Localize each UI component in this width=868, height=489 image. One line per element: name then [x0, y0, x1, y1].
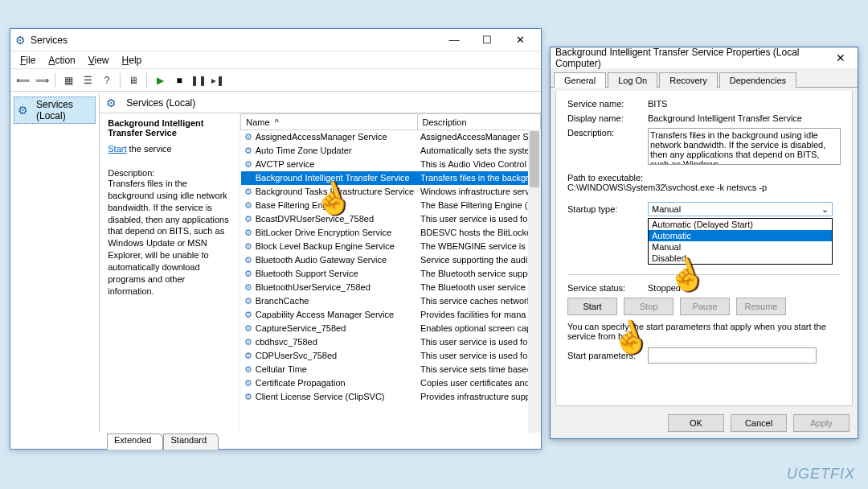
properties-dialog: Background Intelligent Transfer Service … [550, 47, 858, 439]
service-row[interactable]: Auto Time Zone UpdaterAutomatically sets… [241, 144, 541, 158]
stop-service-icon[interactable]: ■ [170, 72, 188, 89]
column-name[interactable]: Name ^ [241, 114, 417, 130]
startup-type-select[interactable]: Manual ⌄ [648, 202, 833, 216]
label-display-name: Display name: [567, 113, 648, 123]
option-delayed[interactable]: Automatic (Delayed Start) [649, 219, 832, 230]
hint-text: You can specify the start parameters tha… [567, 322, 841, 341]
titlebar[interactable]: ⚙ Services — ☐ ✕ [10, 29, 541, 51]
start-button[interactable]: Start [567, 298, 617, 315]
service-row[interactable]: AVCTP serviceThis is Audio Video Control [241, 158, 541, 171]
service-row[interactable]: BranchCacheThis service caches network [241, 294, 541, 308]
option-disabled[interactable]: Disabled [649, 253, 832, 264]
option-automatic[interactable]: Automatic [649, 230, 832, 241]
nav-back-icon[interactable]: ⟸ [14, 72, 31, 89]
service-row[interactable]: Background Intelligent Transfer ServiceT… [241, 171, 541, 185]
tab-standard[interactable]: Standard [163, 434, 219, 450]
services-table: Name ^ Description AssignedAccessManager… [240, 113, 541, 404]
toolbar-export-icon[interactable]: 🖥 [125, 72, 142, 89]
service-row[interactable]: cbdhsvc_758edThis user service is used f… [241, 335, 541, 349]
tree-item-services-local[interactable]: ⚙ Services (Local) [14, 97, 96, 124]
tab-logon[interactable]: Log On [608, 72, 657, 88]
label-path: Path to executable: [567, 173, 841, 183]
cancel-button[interactable]: Cancel [731, 414, 787, 432]
dialog-titlebar[interactable]: Background Intelligent Transfer Service … [551, 47, 858, 68]
service-row[interactable]: Background Tasks Infrastructure ServiceW… [241, 185, 541, 199]
gear-icon: ⚙ [106, 97, 117, 109]
description-textarea[interactable] [648, 128, 841, 165]
tab-dependencies[interactable]: Dependencies [719, 72, 796, 88]
nav-fwd-icon[interactable]: ⟹ [33, 72, 51, 89]
option-manual[interactable]: Manual [649, 241, 832, 253]
tab-extended[interactable]: Extended [107, 434, 163, 450]
menu-help[interactable]: Help [117, 53, 147, 68]
value-service-name: BITS [648, 99, 841, 109]
resume-button[interactable]: Resume [736, 298, 786, 315]
service-row[interactable]: Base Filtering EngineThe Base Filtering … [241, 199, 541, 212]
service-row[interactable]: Bluetooth Audio Gateway ServiceService s… [241, 253, 541, 267]
toolbar-properties-icon[interactable]: ☰ [79, 72, 96, 89]
apply-button[interactable]: Apply [793, 414, 850, 432]
service-row[interactable]: BcastDVRUserService_758edThis user servi… [241, 212, 541, 226]
menubar: File Action View Help [10, 51, 541, 69]
watermark: UGETFIX [787, 466, 855, 483]
start-service-icon[interactable]: ▶ [151, 72, 169, 89]
column-description[interactable]: Description [417, 114, 540, 130]
service-row[interactable]: BluetoothUserService_758edThe Bluetooth … [241, 281, 541, 294]
description-text: Transfers files in the background using … [108, 178, 231, 297]
app-icon: ⚙ [15, 34, 26, 47]
service-row[interactable]: Certificate PropagationCopies user certi… [241, 376, 541, 390]
toolbar-refresh-icon[interactable]: ? [98, 72, 116, 89]
minimize-button[interactable]: — [438, 31, 470, 49]
restart-service-icon[interactable]: ▸❚ [209, 72, 227, 89]
value-display-name: Background Intelligent Transfer Service [648, 113, 841, 123]
dialog-close-button[interactable]: ✕ [829, 50, 853, 66]
service-row[interactable]: Bluetooth Support ServiceThe Bluetooth s… [241, 267, 541, 281]
startup-type-dropdown: Automatic (Delayed Start) Automatic Manu… [648, 218, 833, 265]
service-row[interactable]: Block Level Backup Engine ServiceThe WBE… [241, 240, 541, 253]
tab-recovery[interactable]: Recovery [659, 72, 717, 88]
service-row[interactable]: AssignedAccessManager ServiceAssignedAcc… [241, 130, 541, 144]
service-row[interactable]: CDPUserSvc_758edThis user service is use… [241, 349, 541, 363]
start-params-input[interactable] [648, 347, 817, 364]
window-title: Services [31, 35, 438, 46]
scroll-thumb[interactable] [530, 131, 539, 187]
maximize-button[interactable]: ☐ [471, 31, 503, 49]
label-startup-type: Startup type: [567, 204, 648, 214]
start-link[interactable]: Start [108, 144, 126, 154]
description-label: Description: [108, 168, 231, 178]
detail-column: Background Intelligent Transfer Service … [100, 113, 240, 433]
menu-file[interactable]: File [15, 53, 40, 68]
pause-button[interactable]: Pause [680, 298, 730, 315]
close-button[interactable]: ✕ [504, 31, 536, 49]
menu-action[interactable]: Action [43, 53, 80, 68]
services-window: ⚙ Services — ☐ ✕ File Action View Help ⟸… [10, 28, 542, 450]
chevron-down-icon: ⌄ [821, 204, 829, 215]
value-path: C:\WINDOWS\System32\svchost.exe -k netsv… [567, 183, 841, 192]
label-service-status: Service status: [567, 283, 648, 293]
selected-service-title: Background Intelligent Transfer Service [108, 118, 231, 138]
tab-general[interactable]: General [554, 72, 606, 88]
tree-pane: ⚙ Services (Local) [10, 93, 100, 433]
label-start-params: Start parameters: [567, 351, 648, 360]
service-row[interactable]: Cellular TimeThis service sets time base… [241, 363, 541, 376]
gear-icon: ⚙ [18, 104, 28, 117]
toolbar-modules-icon[interactable]: ▦ [59, 72, 77, 89]
stop-button[interactable]: Stop [624, 298, 674, 315]
service-row[interactable]: Client License Service (ClipSVC)Provides… [241, 390, 541, 404]
service-row[interactable]: CaptureService_758edEnables optional scr… [241, 322, 541, 335]
label-description: Description: [567, 128, 648, 138]
toolbar: ⟸ ⟹ ▦ ☰ ? 🖥 ▶ ■ ❚❚ ▸❚ [10, 69, 541, 92]
menu-view[interactable]: View [84, 53, 114, 68]
value-service-status: Stopped [648, 283, 841, 293]
label-service-name: Service name: [567, 99, 648, 109]
service-row[interactable]: BitLocker Drive Encryption ServiceBDESVC… [241, 226, 541, 240]
scrollbar[interactable] [528, 129, 541, 433]
service-row[interactable]: Capability Access Manager ServiceProvide… [241, 308, 541, 322]
right-pane-header: ⚙ Services (Local) [100, 93, 541, 113]
ok-button[interactable]: OK [668, 414, 724, 432]
pause-service-icon[interactable]: ❚❚ [190, 72, 207, 89]
